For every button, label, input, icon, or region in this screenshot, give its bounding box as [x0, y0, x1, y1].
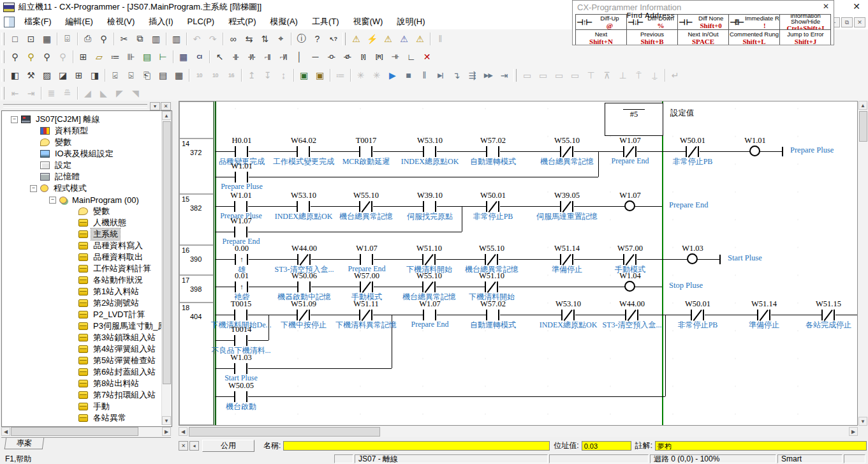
tree-item[interactable]: 第4站彈簧組入站	[2, 343, 159, 355]
instruction-box[interactable]: #5	[605, 103, 663, 136]
new-or-closed-contact-icon[interactable]: ⌐|/|	[276, 50, 291, 64]
tree-item[interactable]: 第5站彈簧檢查站	[2, 355, 159, 366]
transfer-to-plc-icon[interactable]: ⍃	[108, 68, 122, 82]
workspace-close-icon[interactable]: ✕	[161, 102, 171, 110]
menu-item-file[interactable]: 檔案(F)	[17, 14, 59, 29]
information-show-hide-shortcut[interactable]: Information Show/HideCtrl+Shift+I	[780, 15, 831, 30]
print-icon[interactable]: ⎙	[80, 32, 95, 46]
new-closed-contact-icon[interactable]: -|/|-	[244, 50, 259, 64]
ladder-coil[interactable]	[687, 253, 698, 264]
scrollbar-thumb[interactable]	[11, 427, 138, 436]
new-closed-coil-icon[interactable]: -Ø-	[340, 50, 355, 64]
expand-minus-icon[interactable]: −	[30, 185, 37, 192]
ladder-contact[interactable]	[297, 281, 311, 292]
scroll-right-icon[interactable]: ▶	[162, 427, 171, 436]
scroll-left-icon[interactable]: ◀	[1, 427, 10, 436]
mdi-close-button[interactable]: ✕	[854, 17, 865, 27]
paste-icon[interactable]: ▥	[149, 32, 163, 46]
new-contact-icon[interactable]: -||-	[228, 50, 243, 64]
menu-item-simulation[interactable]: 模擬(A)	[263, 14, 305, 29]
copy-icon[interactable]: ⧉	[133, 32, 147, 46]
line-connect-icon[interactable]: ∟	[404, 50, 418, 64]
menu-item-plc[interactable]: PLC(P)	[180, 14, 222, 29]
compile-check-icon[interactable]: ⚠	[349, 32, 364, 46]
menu-item-view[interactable]: 檢視(V)	[100, 14, 142, 29]
ladder-contact[interactable]	[235, 146, 249, 157]
new-or-contact-icon[interactable]: ⌐||	[260, 50, 275, 64]
stop-simulator-icon[interactable]: ■	[401, 68, 416, 82]
tree-item[interactable]: 記憶體	[2, 171, 159, 183]
ladder-contact[interactable]	[423, 201, 437, 212]
zoom-out-icon[interactable]: ⚲	[40, 50, 54, 64]
ladder-contact[interactable]	[234, 310, 248, 320]
ladder-contact-closed[interactable]	[623, 254, 637, 265]
object-properties-icon[interactable]: ◪	[55, 68, 70, 82]
menu-item-window[interactable]: 視窗(W)	[346, 14, 390, 29]
tab-project[interactable]: 專案	[4, 438, 45, 449]
tree-item[interactable]: 人機狀態	[2, 217, 159, 228]
tree-item[interactable]: 第1站入料站	[2, 286, 159, 297]
ladder-contact[interactable]	[235, 172, 249, 183]
new-window-icon[interactable]: ◧	[8, 68, 22, 82]
ladder-contact[interactable]	[234, 227, 248, 237]
find-shortcut[interactable]: Commented RungShift+L	[729, 30, 780, 45]
editor-vertical-scrollbar[interactable]: ▲ ▼	[858, 101, 868, 426]
tree-item[interactable]: 第3站鎖珠組入站	[2, 332, 159, 343]
editor-horizontal-scrollbar[interactable]: ◀ ▶	[179, 426, 858, 437]
ladder-contact[interactable]	[297, 201, 311, 212]
ladder-contact-closed[interactable]	[560, 254, 574, 265]
ladder-contact[interactable]	[486, 310, 500, 320]
ladder-contact-closed[interactable]	[821, 310, 835, 320]
ladder-view-icon[interactable]: ▤	[140, 50, 154, 64]
window-properties-icon[interactable]: ◨	[87, 68, 102, 82]
ladder-contact-closed[interactable]	[359, 201, 373, 212]
find-shortcut[interactable]: PreviousShift+B	[627, 30, 678, 45]
new-coil-icon[interactable]: -O-	[324, 50, 339, 64]
ladder-contact[interactable]	[360, 254, 374, 265]
ladder-contact-closed[interactable]	[560, 201, 574, 212]
scan-run-icon[interactable]: ⇥	[497, 68, 511, 82]
ladder-contact-closed[interactable]	[297, 310, 311, 320]
search-in-project-icon[interactable]: ⌹	[60, 32, 75, 46]
ladder-contact[interactable]	[297, 146, 311, 157]
tree-item[interactable]: 各站動作狀況	[2, 274, 159, 286]
rung-address-list-icon[interactable]: ≔	[108, 50, 122, 64]
tree-item[interactable]: −JS07[CJ2M] 離線	[2, 114, 159, 125]
new-diff-contact-icon[interactable]: ⊣⊦	[388, 50, 402, 64]
save-icon[interactable]: ▦	[40, 32, 54, 46]
menu-item-program[interactable]: 程式(P)	[221, 14, 263, 29]
operand-bar-close-icon[interactable]: ✕	[179, 441, 188, 451]
scroll-down-icon[interactable]: ▼	[162, 416, 171, 425]
ladder-coil[interactable]	[624, 281, 635, 292]
rung-comment-icon[interactable]: ▱	[92, 50, 107, 64]
mnemonics-view-icon[interactable]: ⊢	[156, 50, 170, 64]
ladder-coil[interactable]	[624, 200, 635, 211]
zoom-in-icon[interactable]: ⚲	[8, 50, 22, 64]
tree-item[interactable]: 主系統	[2, 228, 159, 240]
scroll-down-icon[interactable]: ▼	[858, 417, 867, 426]
ladder-contact-closed[interactable]	[485, 254, 499, 265]
close-icon[interactable]: ✕	[853, 1, 860, 11]
pause-simulator-icon[interactable]: ‖	[417, 68, 432, 82]
dock-grip[interactable]	[3, 104, 147, 108]
tree-item[interactable]: −MainProgram (00)	[2, 194, 159, 206]
tree-item[interactable]: P2_LVDT計算	[2, 309, 159, 320]
scroll-up-icon[interactable]: ▲	[162, 111, 171, 120]
find-shortcut[interactable]: Next In/OutSPACE	[678, 30, 729, 45]
ladder-contact-closed[interactable]	[561, 310, 575, 320]
cut-icon[interactable]: ✂	[117, 32, 131, 46]
ladder-contact[interactable]	[486, 146, 500, 157]
verify-program-icon[interactable]: ⎗	[140, 68, 154, 82]
symbol-table-icon[interactable]: ▦	[176, 50, 191, 64]
scroll-up-icon[interactable]: ▲	[858, 101, 867, 110]
compile-all-icon[interactable]: ▨	[40, 68, 54, 82]
pane-splitter[interactable]	[172, 101, 179, 452]
operand-bar-collapse-icon[interactable]: ◂	[189, 441, 199, 451]
popup-close-icon[interactable]: ✕	[823, 2, 829, 11]
tree-item[interactable]: 第8站出料站	[2, 378, 159, 389]
new-instruction-rising-icon[interactable]: [R]	[372, 50, 386, 64]
tree-horizontal-scrollbar[interactable]: ◀ ▶	[1, 427, 171, 436]
grid-toggle-icon[interactable]: ⊞	[76, 50, 91, 64]
ladder-contact-closed[interactable]	[560, 146, 574, 157]
transfer-from-plc-icon[interactable]: ⍄	[124, 68, 138, 82]
